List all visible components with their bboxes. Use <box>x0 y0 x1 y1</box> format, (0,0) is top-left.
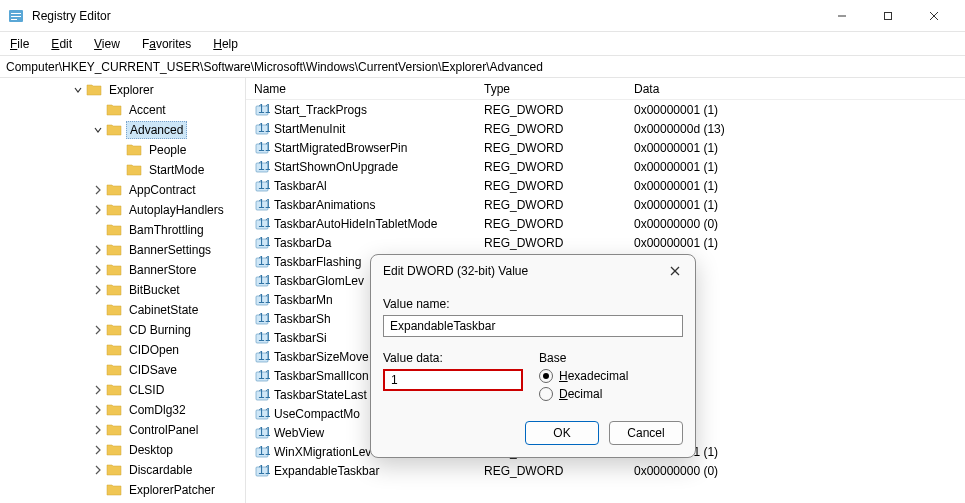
dialog-body: Value name: Value data: Base Hexadecimal… <box>371 287 695 457</box>
menu-view[interactable]: View <box>90 35 124 53</box>
chevron-right-icon[interactable] <box>92 424 104 436</box>
value-name: TaskbarAutoHideInTabletMode <box>274 217 437 231</box>
table-row[interactable]: 110StartShownOnUpgradeREG_DWORD0x0000000… <box>246 157 965 176</box>
menu-edit[interactable]: Edit <box>47 35 76 53</box>
address-bar[interactable]: Computer\HKEY_CURRENT_USER\Software\Micr… <box>0 56 965 78</box>
chevron-right-icon[interactable] <box>92 264 104 276</box>
value-name: TaskbarSi <box>274 331 327 345</box>
value-name: TaskbarSizeMove <box>274 350 369 364</box>
tree-item[interactable]: CD Burning <box>0 320 245 340</box>
svg-text:110: 110 <box>258 102 270 116</box>
tree-item-label: CabinetState <box>126 302 201 318</box>
chevron-right-icon[interactable] <box>92 204 104 216</box>
table-row[interactable]: 110TaskbarAnimationsREG_DWORD0x00000001 … <box>246 195 965 214</box>
chevron-right-icon[interactable] <box>92 184 104 196</box>
tree-item[interactable]: People <box>0 140 245 160</box>
chevron-right-icon[interactable] <box>92 444 104 456</box>
value-name-input[interactable] <box>383 315 683 337</box>
table-row[interactable]: 110StartMigratedBrowserPinREG_DWORD0x000… <box>246 138 965 157</box>
table-row[interactable]: 110StartMenuInitREG_DWORD0x0000000d (13) <box>246 119 965 138</box>
app-icon <box>8 8 24 24</box>
table-row[interactable]: 110TaskbarAlREG_DWORD0x00000001 (1) <box>246 176 965 195</box>
tree-item-label: Discardable <box>126 462 195 478</box>
value-type: REG_DWORD <box>476 179 626 193</box>
chevron-right-icon[interactable] <box>92 244 104 256</box>
tree-item[interactable]: CIDSave <box>0 360 245 380</box>
tree-item[interactable]: BannerSettings <box>0 240 245 260</box>
folder-icon <box>106 442 122 458</box>
col-name[interactable]: Name <box>246 82 476 96</box>
radio-hex-label: Hexadecimal <box>559 369 628 383</box>
tree-item[interactable]: Advanced <box>0 120 245 140</box>
close-button[interactable] <box>911 0 957 32</box>
value-name: TaskbarMn <box>274 293 333 307</box>
reg-dword-icon: 110 <box>254 197 270 213</box>
tree-item-label: AppContract <box>126 182 199 198</box>
folder-icon <box>106 182 122 198</box>
menu-file[interactable]: File <box>6 35 33 53</box>
folder-icon <box>106 322 122 338</box>
folder-icon <box>86 82 102 98</box>
tree-item[interactable]: Explorer <box>0 80 245 100</box>
tree-item[interactable]: Accent <box>0 100 245 120</box>
radio-hex[interactable]: Hexadecimal <box>539 369 683 383</box>
table-row[interactable]: 110TaskbarAutoHideInTabletModeREG_DWORD0… <box>246 214 965 233</box>
cancel-button[interactable]: Cancel <box>609 421 683 445</box>
minimize-button[interactable] <box>819 0 865 32</box>
tree-item[interactable]: ComDlg32 <box>0 400 245 420</box>
radio-hex-circle <box>539 369 553 383</box>
chevron-right-icon[interactable] <box>92 404 104 416</box>
chevron-right-icon[interactable] <box>92 284 104 296</box>
tree-item[interactable]: AppContract <box>0 180 245 200</box>
chevron-down-icon[interactable] <box>92 124 104 136</box>
tree-item[interactable]: CabinetState <box>0 300 245 320</box>
tree-item[interactable]: Discardable <box>0 460 245 480</box>
tree-item[interactable]: ExplorerPatcher <box>0 480 245 500</box>
table-row[interactable]: 110Start_TrackProgsREG_DWORD0x00000001 (… <box>246 100 965 119</box>
menu-favorites[interactable]: Favorites <box>138 35 195 53</box>
menu-help[interactable]: Help <box>209 35 242 53</box>
value-type: REG_DWORD <box>476 236 626 250</box>
radio-dec[interactable]: Decimal <box>539 387 683 401</box>
table-row[interactable]: 110ExpandableTaskbarREG_DWORD0x00000000 … <box>246 461 965 480</box>
svg-text:110: 110 <box>258 463 270 477</box>
value-data-input[interactable] <box>383 369 523 391</box>
tree-item-label: Advanced <box>126 121 187 139</box>
dialog-close-button[interactable] <box>667 263 683 279</box>
svg-rect-2 <box>11 16 21 17</box>
folder-icon <box>106 122 122 138</box>
tree-pane[interactable]: ExplorerAccentAdvancedPeopleStartModeApp… <box>0 78 246 503</box>
tree-item[interactable]: StartMode <box>0 160 245 180</box>
tree-item[interactable]: CLSID <box>0 380 245 400</box>
tree-item[interactable]: BamThrottling <box>0 220 245 240</box>
tree-item[interactable]: CIDOpen <box>0 340 245 360</box>
svg-text:110: 110 <box>258 349 270 363</box>
tree-item[interactable]: Desktop <box>0 440 245 460</box>
folder-icon <box>126 142 142 158</box>
tree-item[interactable]: AutoplayHandlers <box>0 200 245 220</box>
value-name: TaskbarAnimations <box>274 198 375 212</box>
chevron-right-icon[interactable] <box>92 384 104 396</box>
tree-item-label: BamThrottling <box>126 222 207 238</box>
maximize-button[interactable] <box>865 0 911 32</box>
tree-item-label: ExplorerPatcher <box>126 482 218 498</box>
tree-item-label: ComDlg32 <box>126 402 189 418</box>
value-data: 0x00000000 (0) <box>626 217 965 231</box>
chevron-right-icon[interactable] <box>92 324 104 336</box>
reg-dword-icon: 110 <box>254 368 270 384</box>
value-name: StartMigratedBrowserPin <box>274 141 407 155</box>
tree-item[interactable]: ControlPanel <box>0 420 245 440</box>
tree-item[interactable]: BannerStore <box>0 260 245 280</box>
value-name-label: Value name: <box>383 297 683 311</box>
table-row[interactable]: 110TaskbarDaREG_DWORD0x00000001 (1) <box>246 233 965 252</box>
chevron-down-icon[interactable] <box>72 84 84 96</box>
folder-icon <box>106 302 122 318</box>
folder-icon <box>106 462 122 478</box>
ok-button[interactable]: OK <box>525 421 599 445</box>
value-type: REG_DWORD <box>476 103 626 117</box>
tree-item[interactable]: BitBucket <box>0 280 245 300</box>
chevron-right-icon[interactable] <box>92 464 104 476</box>
svg-text:110: 110 <box>258 159 270 173</box>
col-data[interactable]: Data <box>626 82 965 96</box>
col-type[interactable]: Type <box>476 82 626 96</box>
